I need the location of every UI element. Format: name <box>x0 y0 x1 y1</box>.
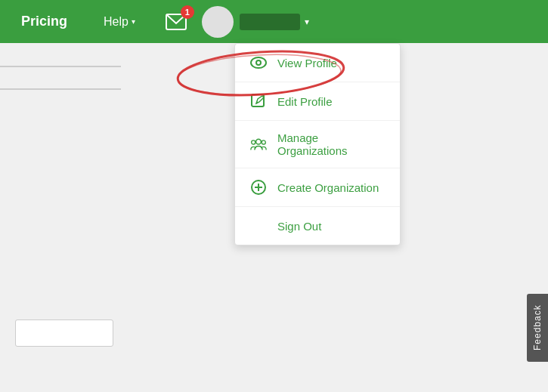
nav-help-label: Help <box>104 15 128 29</box>
dropdown-item-view-profile[interactable]: View Profile <box>235 44 400 82</box>
create-org-label: Create Organization <box>277 181 379 194</box>
nav-username-area[interactable]: ▾ <box>240 14 309 30</box>
user-menu-chevron-icon: ▾ <box>305 17 309 27</box>
edit-icon <box>250 93 267 110</box>
user-avatar[interactable] <box>202 6 234 38</box>
dropdown-menu: View Profile Edit Profile <box>234 43 401 245</box>
svg-point-6 <box>252 140 255 144</box>
plus-circle-icon <box>250 179 267 196</box>
edit-profile-label: Edit Profile <box>277 95 333 108</box>
navbar: Pricing Help ▾ 1 ▾ <box>0 0 548 43</box>
nav-pricing[interactable]: Pricing <box>12 8 76 35</box>
eye-icon <box>250 54 267 71</box>
help-chevron-icon: ▾ <box>132 17 135 26</box>
nav-help[interactable]: Help ▾ <box>94 9 144 35</box>
divider-2 <box>0 88 121 90</box>
signout-spacer <box>250 218 267 234</box>
nav-envelope-wrapper[interactable]: 1 <box>163 8 190 35</box>
dropdown-item-edit-profile[interactable]: Edit Profile <box>235 82 400 121</box>
svg-point-1 <box>251 57 266 68</box>
input-box[interactable] <box>15 319 113 347</box>
svg-point-5 <box>256 139 262 144</box>
envelope-badge: 1 <box>181 5 194 19</box>
svg-point-2 <box>256 60 261 65</box>
orgs-icon <box>250 136 267 153</box>
feedback-tab[interactable]: Feedback <box>527 294 548 362</box>
sign-out-label: Sign Out <box>277 220 321 233</box>
view-profile-label: View Profile <box>277 57 337 69</box>
divider-1 <box>0 66 121 67</box>
svg-point-7 <box>262 140 265 144</box>
dropdown-item-create-org[interactable]: Create Organization <box>235 168 400 207</box>
nav-username <box>240 14 300 30</box>
dropdown-item-manage-orgs[interactable]: Manage Organizations <box>235 121 400 168</box>
dropdown-item-sign-out[interactable]: Sign Out <box>235 207 400 245</box>
manage-orgs-label: Manage Organizations <box>277 131 385 157</box>
